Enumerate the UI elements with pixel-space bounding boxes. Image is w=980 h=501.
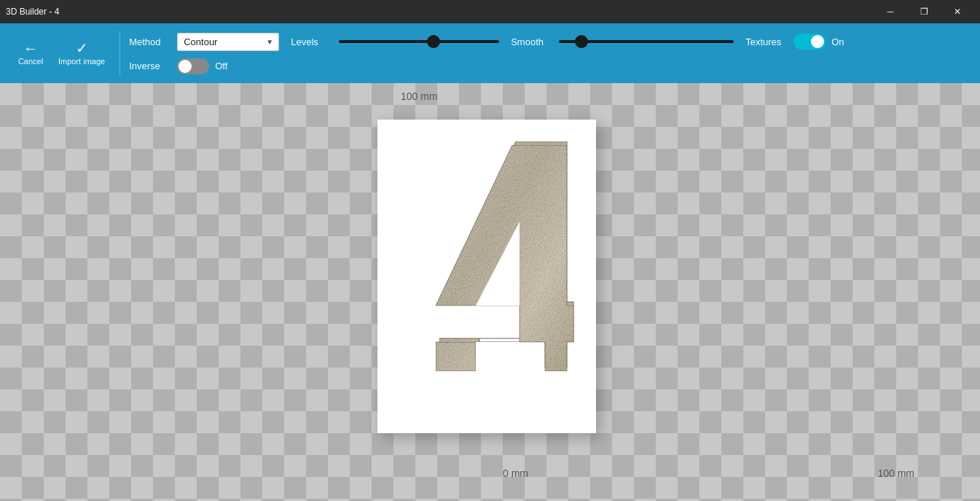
- restore-button[interactable]: ❐: [907, 0, 941, 23]
- smooth-slider[interactable]: [559, 40, 734, 43]
- inverse-toggle[interactable]: [177, 58, 209, 74]
- method-label: Method: [129, 36, 165, 47]
- toolbar: ← Cancel ✓ Import image Method Contour D…: [0, 23, 980, 83]
- minimize-button[interactable]: ─: [874, 0, 907, 23]
- app-title: 3D Builder - 4: [6, 7, 59, 17]
- inverse-toggle-wrapper: Off: [177, 58, 227, 74]
- toolbar-controls: Method Contour Depth map Logo ▼ Levels S…: [129, 33, 971, 74]
- import-image-button[interactable]: ✓ Import image: [52, 38, 111, 69]
- number-4-container: [399, 134, 574, 419]
- check-icon: ✓: [76, 41, 88, 55]
- textures-toggle[interactable]: [793, 34, 826, 50]
- inverse-state-label: Off: [215, 61, 227, 71]
- bottom-gap: [476, 342, 520, 371]
- cancel-button[interactable]: ← Cancel: [9, 38, 52, 69]
- close-button[interactable]: ✕: [941, 0, 974, 23]
- levels-slider-wrapper: [339, 40, 499, 43]
- back-icon: ←: [23, 41, 38, 55]
- levels-label: Levels: [291, 36, 327, 47]
- smooth-slider-wrapper: [559, 40, 734, 43]
- toolbar-actions: ← Cancel ✓ Import image: [9, 38, 111, 69]
- textures-toggle-wrapper: On: [793, 34, 844, 50]
- title-bar-controls: ─ ❐ ✕: [874, 0, 974, 23]
- cancel-label: Cancel: [18, 57, 43, 66]
- method-dropdown-wrapper: Contour Depth map Logo ▼: [177, 33, 279, 51]
- canvas-area: 100 mm 100 mm 0 mm: [0, 83, 980, 501]
- textures-state-label: On: [831, 36, 844, 47]
- number-4-svg: [399, 134, 574, 419]
- toolbar-divider: [119, 31, 120, 75]
- bottom-control-row: Inverse Off: [129, 58, 971, 74]
- title-bar-left: 3D Builder - 4: [6, 7, 59, 17]
- inverse-label: Inverse: [129, 61, 165, 71]
- image-card: [377, 120, 596, 433]
- import-label: Import image: [58, 57, 105, 66]
- textures-label: Textures: [745, 36, 782, 47]
- title-bar: 3D Builder - 4 ─ ❐ ✕: [0, 0, 980, 23]
- smooth-label: Smooth: [511, 36, 547, 47]
- levels-slider[interactable]: [339, 40, 499, 43]
- top-control-row: Method Contour Depth map Logo ▼ Levels S…: [129, 33, 971, 51]
- method-dropdown[interactable]: Contour Depth map Logo: [177, 33, 279, 51]
